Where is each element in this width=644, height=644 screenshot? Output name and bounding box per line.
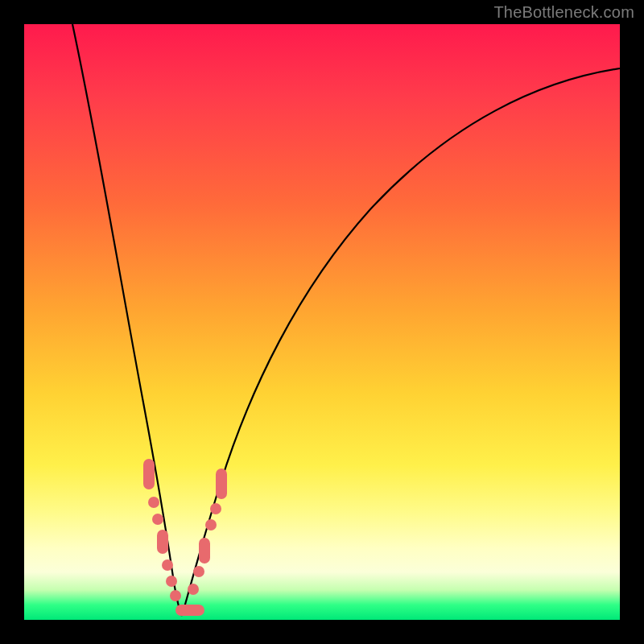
marker-dot <box>157 530 168 554</box>
marker-dot <box>205 519 217 530</box>
marker-dot <box>143 459 155 489</box>
marker-dot <box>175 605 204 616</box>
watermark-text: TheBottleneck.com <box>493 3 634 22</box>
chart-frame: TheBottleneck.com <box>0 0 644 644</box>
marker-dot <box>152 514 163 525</box>
curve-layer <box>24 24 620 620</box>
right-branch-curve <box>182 68 620 616</box>
marker-dot <box>216 469 227 499</box>
marker-dot <box>148 497 159 508</box>
marker-dot <box>193 566 204 577</box>
marker-dot <box>199 538 210 564</box>
marker-dot <box>162 559 173 571</box>
plot-area <box>24 24 620 620</box>
marker-dot <box>166 576 177 587</box>
marker-dot <box>170 590 181 601</box>
marker-dot <box>188 584 199 595</box>
left-branch-curve <box>72 24 182 616</box>
marker-dot <box>210 503 221 514</box>
